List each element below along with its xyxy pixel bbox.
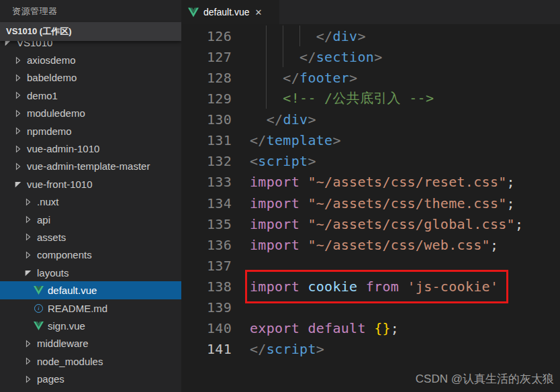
tree-item-middleware[interactable]: middleware: [0, 335, 181, 352]
tree-item-label: layouts: [37, 267, 69, 279]
tree-item-label: pages: [37, 373, 64, 385]
line-number: 139: [181, 299, 232, 315]
line-number: 135: [181, 216, 232, 232]
editor-tab-bar: default.vue ✕: [181, 0, 560, 24]
tree-item-label: node_modules: [37, 356, 103, 367]
tree-item-npmdemo[interactable]: npmdemo: [0, 122, 181, 140]
chevron-collapsed-icon[interactable]: [23, 356, 34, 366]
tree-item-vue-admin-1010[interactable]: vue-admin-1010: [0, 140, 181, 157]
tree-item-label: .nuxt: [37, 196, 59, 207]
code-line-128[interactable]: 128 </footer>: [181, 67, 560, 88]
code-text: import "~/assets/css/web.css";: [250, 237, 498, 253]
chevron-collapsed-icon[interactable]: [23, 232, 34, 242]
explorer-sidebar: 资源管理器 VS1010axiosdemobabeldemodemo1modul…: [0, 0, 181, 392]
code-text: </template>: [250, 132, 341, 148]
chevron-collapsed-icon[interactable]: [23, 250, 34, 260]
tree-item--nuxt[interactable]: .nuxt: [0, 193, 181, 211]
line-number: 129: [181, 91, 232, 107]
code-lines[interactable]: 126 </div>127 </section>128 </footer>129…: [181, 26, 560, 360]
workspace-section-header[interactable]: VS1010 (工作区): [0, 22, 181, 41]
info-icon: i: [33, 303, 44, 313]
chevron-collapsed-icon[interactable]: [13, 161, 24, 172]
tree-item-label: README.md: [48, 303, 107, 314]
chevron-collapsed-icon[interactable]: [13, 126, 24, 136]
explorer-title: 资源管理器: [12, 5, 58, 17]
line-number: 131: [181, 132, 232, 148]
tab-default-vue[interactable]: default.vue ✕: [181, 0, 279, 24]
line-number: 137: [181, 258, 232, 274]
chevron-expanded-icon[interactable]: [13, 179, 24, 189]
chevron-expanded-icon[interactable]: [23, 267, 34, 278]
tree-item-label: vue-admin-1010: [27, 143, 99, 154]
tree-item-readme-md[interactable]: iREADME.md: [0, 299, 181, 317]
chevron-collapsed-icon[interactable]: [13, 90, 24, 101]
tree-item-pages[interactable]: pages: [0, 370, 181, 387]
file-tree[interactable]: VS1010axiosdemobabeldemodemo1moduledemon…: [0, 34, 181, 388]
tree-item-label: moduledemo: [27, 107, 85, 119]
tree-item-vue-admin-template-master[interactable]: vue-admin-template-master: [0, 158, 181, 175]
tree-item-vue-front-1010[interactable]: vue-front-1010: [0, 175, 181, 193]
code-line-127[interactable]: 127 </section>: [181, 46, 560, 67]
chevron-collapsed-icon[interactable]: [13, 55, 24, 66]
tree-item-assets[interactable]: assets: [0, 228, 181, 246]
line-number: 134: [181, 195, 232, 211]
tree-item-babeldemo[interactable]: babeldemo: [0, 69, 181, 87]
line-number: 133: [181, 174, 232, 190]
tree-item-label: sign.vue: [48, 320, 85, 332]
chevron-collapsed-icon[interactable]: [23, 338, 34, 349]
line-number: 136: [181, 237, 232, 253]
tree-item-layouts[interactable]: layouts: [0, 264, 181, 281]
tree-item-node-modules[interactable]: node_modules: [0, 352, 181, 370]
chevron-collapsed-icon[interactable]: [13, 72, 24, 83]
code-text: </div>: [250, 111, 316, 128]
code-line-130[interactable]: 130 </div>: [181, 109, 560, 130]
tab-label: default.vue: [203, 7, 250, 17]
tree-item-axiosdemo[interactable]: axiosdemo: [0, 51, 181, 68]
tree-item-label: middleware: [37, 338, 89, 349]
code-line-131[interactable]: 131</template>: [181, 130, 560, 151]
tree-item-default-vue[interactable]: default.vue: [0, 281, 181, 299]
code-text: import "~/assets/css/theme.css";: [250, 195, 515, 211]
tree-item-demo1[interactable]: demo1: [0, 87, 181, 104]
vue-logo-icon: [188, 7, 199, 17]
tree-item-label: default.vue: [48, 285, 97, 296]
tree-item-api[interactable]: api: [0, 211, 181, 228]
code-line-129[interactable]: 129 <!-- /公共底引入 -->: [181, 88, 560, 109]
code-line-132[interactable]: 132<script>: [181, 151, 560, 172]
tree-item-label: demo1: [27, 90, 58, 101]
chevron-collapsed-icon[interactable]: [23, 374, 34, 385]
line-number: 127: [181, 49, 232, 65]
code-line-133[interactable]: 133import "~/assets/css/reset.css";: [181, 172, 560, 193]
code-text: </div>: [250, 28, 366, 44]
code-line-140[interactable]: 140export default {};: [181, 318, 560, 339]
code-text: </script>: [250, 341, 324, 357]
annotation-red-box: [245, 270, 508, 303]
tree-item-label: vue-admin-template-master: [27, 160, 150, 172]
chevron-collapsed-icon[interactable]: [13, 144, 24, 154]
chevron-collapsed-icon[interactable]: [23, 214, 34, 225]
line-number: 140: [181, 320, 232, 336]
line-number: 141: [181, 341, 232, 357]
tree-item-moduledemo[interactable]: moduledemo: [0, 105, 181, 122]
code-text: import "~/assets/css/reset.css";: [250, 174, 515, 190]
code-line-134[interactable]: 134import "~/assets/css/theme.css";: [181, 193, 560, 213]
tree-item-label: components: [37, 249, 92, 260]
line-number: 132: [181, 153, 232, 169]
tree-item-label: assets: [37, 232, 66, 243]
code-editor[interactable]: 126 </div>127 </section>128 </footer>129…: [181, 24, 560, 392]
code-line-135[interactable]: 135import "~/assets/css/global.css";: [181, 213, 560, 234]
code-line-136[interactable]: 136import "~/assets/css/web.css";: [181, 234, 560, 255]
chevron-collapsed-icon[interactable]: [23, 197, 34, 207]
code-line-126[interactable]: 126 </div>: [181, 26, 560, 46]
code-text: <script>: [250, 153, 316, 169]
code-text: export default {};: [250, 320, 399, 336]
vue-file-icon: [33, 320, 44, 331]
tree-item-sign-vue[interactable]: sign.vue: [0, 317, 181, 334]
tree-item-label: npmdemo: [27, 126, 72, 137]
close-icon[interactable]: ✕: [255, 8, 263, 17]
chevron-collapsed-icon[interactable]: [13, 108, 24, 119]
line-number: 138: [181, 279, 232, 295]
tree-item-components[interactable]: components: [0, 246, 181, 264]
line-number: 126: [181, 28, 232, 44]
code-line-141[interactable]: 141</script>: [181, 339, 560, 360]
